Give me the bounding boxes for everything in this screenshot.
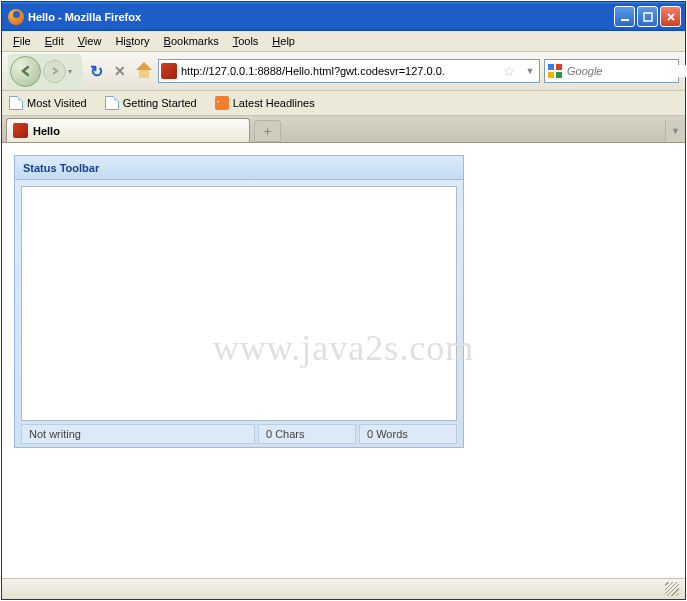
text-area[interactable] [21, 186, 457, 421]
url-dropdown-icon[interactable]: ▼ [523, 66, 537, 76]
search-input[interactable] [567, 65, 687, 77]
bookmark-star-icon[interactable]: ☆ [503, 63, 519, 79]
google-icon[interactable] [547, 63, 563, 79]
search-bar[interactable] [544, 59, 679, 83]
window-title: Hello - Mozilla Firefox [28, 11, 614, 23]
menu-tools[interactable]: Tools [226, 33, 266, 49]
status-chars: 0 Chars [258, 424, 356, 444]
status-toolbar-panel: Status Toolbar Not writing 0 Chars 0 Wor… [14, 155, 464, 448]
bookmark-getting-started[interactable]: Getting Started [102, 94, 200, 112]
svg-rect-4 [548, 72, 554, 78]
rss-icon [215, 96, 229, 110]
bookmark-latest-headlines[interactable]: Latest Headlines [212, 94, 318, 112]
status-message: Not writing [21, 424, 255, 444]
browser-statusbar [2, 578, 685, 599]
panel-title: Status Toolbar [15, 156, 463, 180]
bookmark-label: Most Visited [27, 97, 87, 109]
bookmark-label: Getting Started [123, 97, 197, 109]
firefox-window: Hello - Mozilla Firefox File Edit View H… [1, 1, 686, 600]
menu-file[interactable]: File [6, 33, 38, 49]
new-tab-button[interactable]: + [254, 120, 281, 142]
menubar: File Edit View History Bookmarks Tools H… [2, 31, 685, 52]
home-icon [136, 64, 152, 78]
tab-bar: Hello + ▼ [2, 116, 685, 143]
page-content: www.java2s.com Status Toolbar Not writin… [2, 143, 685, 578]
svg-rect-0 [621, 19, 629, 21]
bookmarks-toolbar: Most Visited Getting Started Latest Head… [2, 91, 685, 116]
status-row: Not writing 0 Chars 0 Words [21, 421, 457, 447]
svg-rect-2 [548, 64, 554, 70]
tab-label: Hello [33, 125, 60, 137]
page-icon [105, 96, 119, 110]
navigation-toolbar: ▾ ↻ ✕ ☆ ▼ [2, 52, 685, 91]
stop-button[interactable]: ✕ [110, 61, 130, 81]
url-bar[interactable]: ☆ ▼ [158, 59, 540, 83]
bookmark-label: Latest Headlines [233, 97, 315, 109]
menu-history[interactable]: History [108, 33, 156, 49]
resize-grip[interactable] [665, 582, 679, 596]
menu-bookmarks[interactable]: Bookmarks [157, 33, 226, 49]
url-input[interactable] [181, 65, 499, 77]
bookmark-most-visited[interactable]: Most Visited [6, 94, 90, 112]
close-button[interactable] [660, 6, 681, 27]
titlebar[interactable]: Hello - Mozilla Firefox [2, 2, 685, 31]
site-favicon-icon [161, 63, 177, 79]
forward-button[interactable] [43, 60, 66, 83]
svg-rect-1 [644, 13, 652, 21]
maximize-button[interactable] [637, 6, 658, 27]
minimize-button[interactable] [614, 6, 635, 27]
reload-button[interactable]: ↻ [86, 61, 106, 81]
home-button[interactable] [134, 61, 154, 81]
menu-help[interactable]: Help [265, 33, 302, 49]
back-button[interactable] [10, 56, 41, 87]
firefox-icon [8, 9, 24, 25]
svg-rect-5 [556, 72, 562, 78]
page-icon [9, 96, 23, 110]
menu-edit[interactable]: Edit [38, 33, 71, 49]
menu-view[interactable]: View [71, 33, 109, 49]
status-words: 0 Words [359, 424, 457, 444]
tab-list-button[interactable]: ▼ [665, 120, 685, 142]
tab-favicon-icon [13, 123, 28, 138]
svg-rect-3 [556, 64, 562, 70]
history-dropdown-icon[interactable]: ▾ [68, 67, 80, 76]
tab-hello[interactable]: Hello [6, 118, 250, 142]
